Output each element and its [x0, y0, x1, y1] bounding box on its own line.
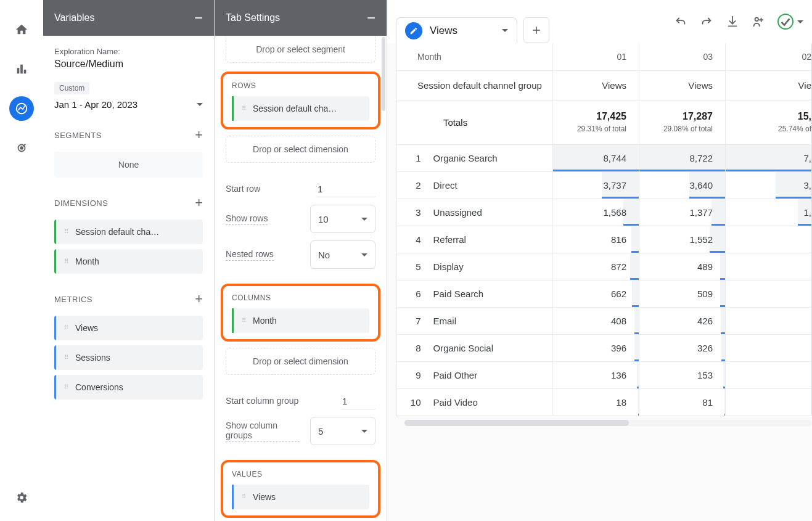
rows-highlight: ROWS ⠿ Session default cha… [221, 72, 380, 129]
show-rows-label: Show rows [226, 213, 268, 225]
edit-icon [405, 22, 422, 39]
table-row[interactable]: 8Organic Social396326 [396, 334, 812, 361]
rows-dimension-dropzone[interactable]: Drop or select dimension [226, 136, 375, 163]
drag-handle-icon: ⠿ [64, 230, 69, 234]
drag-handle-icon: ⠿ [64, 385, 69, 389]
table-row[interactable]: 9Paid Other136153 [396, 361, 812, 388]
totals-cell-0: 17,42529.31% of total [553, 100, 639, 144]
table-row[interactable]: 5Display872489 [396, 253, 812, 280]
table-row[interactable]: 6Paid Search662509 [396, 280, 812, 307]
dimension-header[interactable]: Session default channel group [396, 70, 553, 100]
nav-home-icon[interactable] [9, 17, 34, 42]
nav-explore-icon[interactable] [9, 96, 34, 121]
dimensions-title: DIMENSIONS [54, 199, 108, 208]
metric-header-0[interactable]: Views [553, 70, 639, 100]
chevron-down-icon [361, 430, 367, 433]
table-row[interactable]: 7Email408426 [396, 307, 812, 334]
drag-handle-icon: ⠿ [64, 356, 69, 359]
show-columns-label: Show column groups [226, 420, 300, 442]
status-indicator[interactable] [777, 14, 803, 30]
rows-chip[interactable]: ⠿ Session default cha… [232, 96, 369, 121]
columns-chip[interactable]: ⠿ Month [232, 308, 369, 333]
date-range-chip: Custom [54, 82, 89, 94]
month-col-0[interactable]: 01 [553, 43, 639, 70]
tab-settings-scrollbar[interactable] [382, 37, 385, 456]
columns-title: COLUMNS [232, 293, 369, 302]
add-metric-button[interactable]: + [195, 291, 203, 307]
chevron-down-icon [361, 218, 367, 221]
collapse-tab-settings-button[interactable]: − [367, 9, 375, 27]
table-row[interactable]: 10Paid Video1881 [396, 388, 812, 416]
metric-chip[interactable]: ⠿Conversions [54, 375, 203, 400]
nav-advertising-icon[interactable] [9, 136, 34, 160]
add-dimension-button[interactable]: + [195, 195, 203, 211]
nested-rows-label: Nested rows [226, 249, 274, 261]
tab-name-label: Views [430, 25, 457, 37]
chevron-down-icon [197, 103, 203, 106]
metrics-title: METRICS [54, 295, 92, 304]
values-chip[interactable]: ⠿ Views [232, 485, 369, 509]
horizontal-scrollbar[interactable] [404, 420, 812, 426]
start-row-input[interactable] [316, 181, 375, 197]
chevron-down-icon [797, 20, 803, 23]
svg-point-5 [20, 147, 23, 149]
values-title: VALUES [232, 470, 369, 478]
metric-header-1[interactable]: Views [639, 70, 726, 100]
collapse-variables-button[interactable]: − [194, 9, 203, 27]
show-rows-select[interactable]: 10 [310, 205, 375, 233]
undo-button[interactable] [674, 15, 687, 28]
columns-dimension-dropzone[interactable]: Drop or select dimension [226, 348, 375, 375]
tab-settings-title: Tab Settings [226, 12, 280, 23]
table-row[interactable]: 1Organic Search8,7448,7227, [396, 144, 812, 171]
columns-highlight: COLUMNS ⠿ Month [221, 284, 380, 342]
redo-button[interactable] [700, 15, 713, 28]
svg-point-8 [755, 18, 759, 21]
dimension-chip[interactable]: ⠿Session default cha… [54, 219, 203, 244]
variables-header: Variables − [43, 0, 214, 36]
svg-rect-1 [20, 65, 23, 74]
drag-handle-icon: ⠿ [242, 319, 247, 322]
values-highlight: VALUES ⠿ Views [221, 460, 380, 518]
drag-handle-icon: ⠿ [242, 495, 247, 499]
segments-none[interactable]: None [54, 152, 203, 178]
chevron-down-icon [361, 253, 367, 256]
nav-settings-icon[interactable] [9, 485, 34, 510]
add-tab-button[interactable] [523, 17, 549, 43]
totals-label: Totals [396, 100, 553, 144]
chevron-down-icon [502, 29, 508, 32]
show-columns-select[interactable]: 5 [310, 417, 375, 445]
totals-cell-2: 15,25.74% of [726, 100, 812, 144]
table-row[interactable]: 3Unassigned1,5681,3771, [396, 199, 812, 226]
segment-dropzone[interactable]: Drop or select segment [226, 36, 375, 63]
start-column-label: Start column group [226, 396, 298, 407]
exploration-table: Month 01 03 02 Session default channel g… [396, 43, 812, 416]
nested-rows-select[interactable]: No [310, 240, 375, 269]
table-row[interactable]: 2Direct3,7373,6403, [396, 171, 812, 199]
table-row[interactable]: 4Referral8161,552 [396, 226, 812, 253]
month-col-2[interactable]: 02 [726, 43, 812, 70]
month-header-label[interactable]: Month [396, 43, 553, 70]
variables-title: Variables [54, 12, 95, 23]
drag-handle-icon: ⠿ [242, 107, 247, 110]
totals-cell-1: 17,28729.08% of total [639, 100, 726, 144]
svg-rect-0 [17, 68, 20, 73]
drag-handle-icon: ⠿ [64, 326, 69, 330]
report-tab[interactable]: Views [396, 17, 517, 43]
segments-title: SEGMENTS [54, 131, 102, 140]
drag-handle-icon: ⠿ [64, 260, 69, 263]
exploration-name-label: Exploration Name: [54, 47, 203, 56]
dimension-chip[interactable]: ⠿Month [54, 249, 203, 274]
month-col-1[interactable]: 03 [639, 43, 726, 70]
share-button[interactable] [752, 15, 765, 28]
start-column-input[interactable] [341, 393, 375, 409]
date-range-selector[interactable]: Jan 1 - Apr 20, 2023 [54, 99, 203, 110]
exploration-name-value[interactable]: Source/Medium [54, 59, 203, 70]
start-row-label: Start row [226, 184, 260, 195]
download-button[interactable] [726, 15, 739, 28]
metric-header-2[interactable]: Vie [726, 70, 812, 100]
nav-reports-icon[interactable] [9, 57, 34, 81]
add-segment-button[interactable]: + [195, 127, 203, 143]
svg-rect-2 [24, 70, 27, 73]
metric-chip[interactable]: ⠿Sessions [54, 345, 203, 370]
metric-chip[interactable]: ⠿Views [54, 316, 203, 340]
